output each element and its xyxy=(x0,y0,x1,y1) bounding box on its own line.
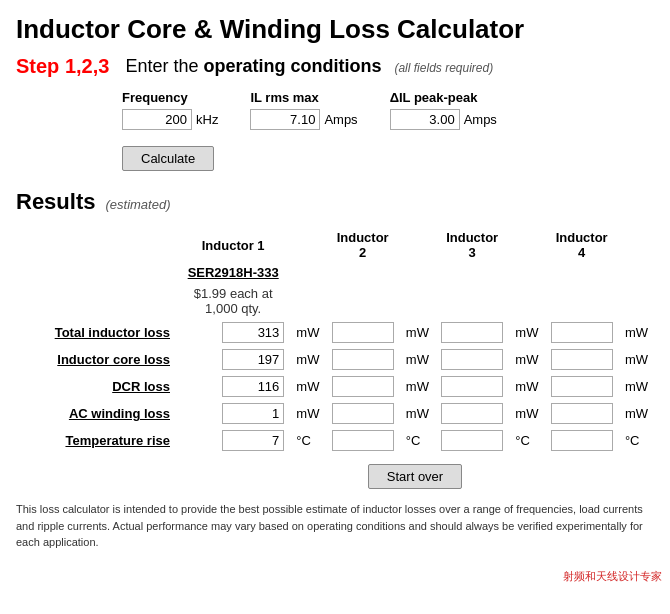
results-note: (estimated) xyxy=(105,197,170,212)
value-input-row2-col0[interactable] xyxy=(222,376,284,397)
value-cell-row3-col2 xyxy=(435,400,509,427)
il-rms-input-row: Amps xyxy=(250,109,357,130)
il-rms-unit: Amps xyxy=(324,112,357,127)
unit-cell-row2-col0: mW xyxy=(290,373,325,400)
unit-cell-row4-col3: °C xyxy=(619,427,654,454)
delta-il-input-row: Amps xyxy=(390,109,497,130)
delta-il-field-group: ΔIL peak-peak Amps xyxy=(390,90,497,130)
unit-cell-row1-col1: mW xyxy=(400,346,435,373)
unit-cell-row3-col1: mW xyxy=(400,400,435,427)
value-input-row2-col3[interactable] xyxy=(551,376,613,397)
value-input-row1-col0[interactable] xyxy=(222,349,284,370)
required-note: (all fields required) xyxy=(394,61,493,75)
watermark: 射频和天线设计专家 xyxy=(563,569,662,584)
row-label-3: AC winding loss xyxy=(16,400,176,427)
value-input-row0-col2[interactable] xyxy=(441,322,503,343)
calculate-row: Calculate xyxy=(122,146,654,171)
il-rms-label: IL rms max xyxy=(250,90,357,105)
unit-cell-row1-col0: mW xyxy=(290,346,325,373)
value-cell-row1-col3 xyxy=(544,346,618,373)
startover-row: Start over xyxy=(16,464,654,489)
value-cell-row3-col0 xyxy=(176,400,290,427)
unit-cell-row4-col0: °C xyxy=(290,427,325,454)
unit-cell-row2-col2: mW xyxy=(509,373,544,400)
results-title: Results xyxy=(16,189,95,215)
unit-cell-row3-col3: mW xyxy=(619,400,654,427)
value-cell-row1-col1 xyxy=(325,346,399,373)
results-header: Results (estimated) xyxy=(16,189,654,215)
value-input-row3-col1[interactable] xyxy=(332,403,394,424)
il-rms-input[interactable] xyxy=(250,109,320,130)
value-cell-row4-col1 xyxy=(325,427,399,454)
delta-il-unit: Amps xyxy=(464,112,497,127)
unit-cell-row0-col1: mW xyxy=(400,319,435,346)
value-cell-row0-col1 xyxy=(325,319,399,346)
value-cell-row4-col2 xyxy=(435,427,509,454)
value-cell-row1-col2 xyxy=(435,346,509,373)
result-row: DCR lossmWmWmWmW xyxy=(16,373,654,400)
delta-il-input[interactable] xyxy=(390,109,460,130)
startover-button[interactable]: Start over xyxy=(368,464,462,489)
unit-cell-row3-col0: mW xyxy=(290,400,325,427)
frequency-input-row: kHz xyxy=(122,109,218,130)
col-header-inductor3: Inductor 3 xyxy=(435,227,509,262)
row-label-1: Inductor core loss xyxy=(16,346,176,373)
value-cell-row2-col3 xyxy=(544,373,618,400)
unit-cell-row0-col0: mW xyxy=(290,319,325,346)
frequency-label: Frequency xyxy=(122,90,218,105)
step-section: Step 1,2,3 Enter the operating condition… xyxy=(16,55,654,78)
value-cell-row2-col2 xyxy=(435,373,509,400)
value-input-row3-col0[interactable] xyxy=(222,403,284,424)
unit-cell-row4-col2: °C xyxy=(509,427,544,454)
calculate-button[interactable]: Calculate xyxy=(122,146,214,171)
inductor1-price: $1.99 each at 1,000 qty. xyxy=(176,283,290,319)
value-cell-row4-col3 xyxy=(544,427,618,454)
value-input-row3-col3[interactable] xyxy=(551,403,613,424)
value-input-row1-col3[interactable] xyxy=(551,349,613,370)
col-header-inductor1: Inductor 1 xyxy=(176,227,290,262)
frequency-field-group: Frequency kHz xyxy=(122,90,218,130)
result-row: Inductor core lossmWmWmWmW xyxy=(16,346,654,373)
value-cell-row2-col1 xyxy=(325,373,399,400)
col-header-inductor2: Inductor 2 xyxy=(325,227,399,262)
value-input-row3-col2[interactable] xyxy=(441,403,503,424)
value-input-row0-col0[interactable] xyxy=(222,322,284,343)
col-header-inductor4: Inductor 4 xyxy=(544,227,618,262)
unit-cell-row0-col3: mW xyxy=(619,319,654,346)
value-input-row4-col2[interactable] xyxy=(441,430,503,451)
value-cell-row4-col0 xyxy=(176,427,290,454)
result-row: AC winding lossmWmWmWmW xyxy=(16,400,654,427)
inductor1-name: SER2918H-333 xyxy=(176,262,290,283)
value-cell-row2-col0 xyxy=(176,373,290,400)
frequency-unit: kHz xyxy=(196,112,218,127)
unit-cell-row1-col3: mW xyxy=(619,346,654,373)
value-input-row2-col1[interactable] xyxy=(332,376,394,397)
value-cell-row0-col2 xyxy=(435,319,509,346)
value-input-row4-col3[interactable] xyxy=(551,430,613,451)
value-input-row4-col1[interactable] xyxy=(332,430,394,451)
fields-row: Frequency kHz IL rms max Amps ΔIL peak-p… xyxy=(122,90,654,130)
value-input-row4-col0[interactable] xyxy=(222,430,284,451)
value-cell-row0-col0 xyxy=(176,319,290,346)
value-input-row2-col2[interactable] xyxy=(441,376,503,397)
row-label-2: DCR loss xyxy=(16,373,176,400)
frequency-input[interactable] xyxy=(122,109,192,130)
value-input-row1-col1[interactable] xyxy=(332,349,394,370)
value-input-row0-col1[interactable] xyxy=(332,322,394,343)
value-cell-row0-col3 xyxy=(544,319,618,346)
page-title: Inductor Core & Winding Loss Calculator xyxy=(16,14,654,45)
row-label-0: Total inductor loss xyxy=(16,319,176,346)
delta-il-label: ΔIL peak-peak xyxy=(390,90,497,105)
unit-cell-row2-col1: mW xyxy=(400,373,435,400)
results-table: Inductor 1 Inductor 2 Inductor 3 Inducto… xyxy=(16,227,654,454)
step-instruction: Enter the operating conditions (all fiel… xyxy=(125,56,493,77)
unit-cell-row3-col2: mW xyxy=(509,400,544,427)
result-row: Temperature rise°C°C°C°C xyxy=(16,427,654,454)
unit-cell-row4-col1: °C xyxy=(400,427,435,454)
result-row: Total inductor lossmWmWmWmW xyxy=(16,319,654,346)
unit-cell-row0-col2: mW xyxy=(509,319,544,346)
value-input-row0-col3[interactable] xyxy=(551,322,613,343)
unit-cell-row1-col2: mW xyxy=(509,346,544,373)
il-rms-field-group: IL rms max Amps xyxy=(250,90,357,130)
value-input-row1-col2[interactable] xyxy=(441,349,503,370)
